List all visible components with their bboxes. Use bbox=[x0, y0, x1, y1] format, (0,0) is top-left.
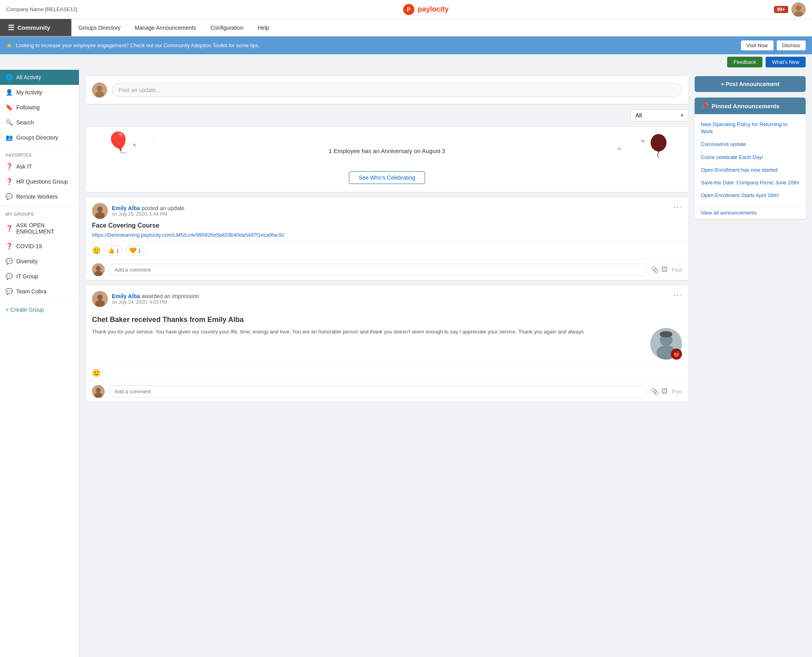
emily-meta-1: Emily Alba posted an update on July 25, … bbox=[112, 205, 184, 217]
nav-links: Groups Directory Manage Announcements Co… bbox=[71, 19, 276, 36]
post-action-1: posted an update bbox=[142, 205, 184, 211]
user-avatar[interactable] bbox=[791, 2, 806, 17]
notification-badge[interactable]: 99+ bbox=[774, 6, 788, 13]
svg-point-13 bbox=[96, 266, 101, 271]
attachment-icon-1[interactable]: 📎 bbox=[651, 266, 659, 274]
ask-it-icon: ❓ bbox=[6, 163, 13, 170]
team-cobra-icon: 💬 bbox=[6, 288, 13, 295]
view-all-announcements[interactable]: View all announcements bbox=[695, 206, 806, 219]
pinned-item-4[interactable]: Save the Date: Company Picnic June 20th! bbox=[695, 176, 806, 189]
sidebar-item-covid19[interactable]: ❓ COVID-19 bbox=[0, 239, 79, 254]
pinned-link-3[interactable]: Open Enrollment has now started bbox=[701, 167, 799, 174]
emily-alba-name-1[interactable]: Emily Alba bbox=[112, 205, 140, 211]
whats-new-button[interactable]: What's New bbox=[766, 57, 806, 67]
pinned-item-5[interactable]: Open Enrollment Starts April 16th! bbox=[695, 189, 806, 202]
heart-count-1: 1 bbox=[138, 248, 141, 254]
comment-post-btn-1[interactable]: Post bbox=[672, 267, 682, 273]
impression-body: Chet Baker received Thanks from Emily Al… bbox=[86, 310, 688, 365]
visit-now-button[interactable]: Visit Now bbox=[741, 40, 774, 50]
favorites-label: FAVORITES bbox=[0, 149, 79, 159]
sidebar-item-remote-workers[interactable]: 💬 Remote Workers bbox=[0, 189, 79, 204]
sidebar-item-hr-questions[interactable]: ❓ HR Questions Group bbox=[0, 174, 79, 189]
impression-content: Thank you for your service. You have giv… bbox=[92, 328, 682, 360]
feed-card-1: Emily Alba posted an update on July 25, … bbox=[86, 197, 688, 280]
sidebar-item-ask-open-enrollment[interactable]: ❓ ASK OPEN ENROLLMENT bbox=[0, 218, 79, 239]
sidebar-item-all-activity[interactable]: 🌐 All Activity bbox=[0, 70, 79, 85]
nav-manage-announcements[interactable]: Manage Announcements bbox=[128, 19, 203, 36]
hr-questions-icon: ❓ bbox=[6, 178, 13, 185]
attachment-icon-2[interactable]: 📎 bbox=[651, 388, 659, 395]
sidebar-label-covid19: COVID-19 bbox=[16, 243, 42, 249]
impression-text: Thank you for your service. You have giv… bbox=[92, 328, 644, 336]
feedback-button[interactable]: Feedback bbox=[727, 57, 762, 67]
sidebar-item-following[interactable]: 🔖 Following bbox=[0, 100, 79, 115]
anniversary-card: ▬ ▬ ▪ ▬ ▬ 🎈 1 Employee h bbox=[86, 127, 688, 192]
post-update-input[interactable]: Post an update... bbox=[112, 83, 682, 97]
pinned-link-2[interactable]: Come celebrate Earth Day! bbox=[701, 154, 799, 161]
community-nav[interactable]: ☰ Community bbox=[0, 19, 71, 36]
sidebar-item-team-cobra[interactable]: 💬 Team Cobra bbox=[0, 284, 79, 299]
balloon-right-icon bbox=[649, 133, 668, 165]
comment-area-2: 📎 🖼 Post bbox=[86, 381, 688, 402]
sidebar-divider-2 bbox=[0, 206, 79, 206]
feed-card-1-user-info: Emily Alba posted an update on July 25, … bbox=[92, 203, 184, 219]
company-name: Company Name [RELEASE12] bbox=[6, 6, 77, 12]
reaction-add-1[interactable]: 🙂 bbox=[92, 246, 101, 255]
pinned-item-2[interactable]: Come celebrate Earth Day! bbox=[695, 151, 806, 164]
emily-alba-name-2[interactable]: Emily Alba bbox=[112, 293, 140, 299]
image-icon-1[interactable]: 🖼 bbox=[661, 266, 668, 273]
sidebar-item-my-activity[interactable]: 👤 My Activity bbox=[0, 85, 79, 100]
user-avatar-image bbox=[791, 2, 806, 17]
post-link-1[interactable]: https://Demolearning.paylocity.com/LMS/L… bbox=[92, 232, 284, 238]
pinned-item-3[interactable]: Open Enrollment has now started bbox=[695, 164, 806, 176]
anniversary-text: 1 Employee has an Anniversary on August … bbox=[289, 147, 485, 154]
diversity-icon: 💬 bbox=[6, 258, 13, 265]
confetti-3: ▪ bbox=[153, 137, 154, 140]
comment-post-btn-2[interactable]: Post bbox=[672, 389, 682, 395]
search-icon: 🔍 bbox=[6, 119, 13, 126]
comment-avatar-2 bbox=[92, 385, 105, 398]
post-announcement-button[interactable]: + Post Announcement bbox=[695, 76, 806, 92]
sidebar-item-search[interactable]: 🔍 Search bbox=[0, 115, 79, 130]
more-options-2[interactable]: ··· bbox=[674, 291, 682, 299]
view-all-link[interactable]: View all announcements bbox=[701, 210, 757, 216]
see-celebrating-button[interactable]: See Who's Celebrating bbox=[349, 171, 425, 184]
reaction-thumbsup-1[interactable]: 👍 1 bbox=[104, 245, 123, 256]
pinned-link-5[interactable]: Open Enrollment Starts April 16th! bbox=[701, 192, 799, 199]
emily-avatar-image-2 bbox=[92, 291, 108, 307]
more-options-1[interactable]: ··· bbox=[674, 203, 682, 211]
sidebar-item-it-group[interactable]: 💬 IT Group bbox=[0, 269, 79, 284]
nav-configuration[interactable]: Configuration bbox=[203, 19, 251, 36]
pinned-link-4[interactable]: Save the Date: Company Picnic June 20th! bbox=[701, 179, 799, 186]
sidebar-label-it-group: IT Group bbox=[16, 273, 38, 280]
main-layout: 🌐 All Activity 👤 My Activity 🔖 Following… bbox=[0, 70, 812, 657]
nav-groups-directory[interactable]: Groups Directory bbox=[71, 19, 128, 36]
pinned-link-0[interactable]: New Operating Policy for Returning to Wo… bbox=[701, 121, 799, 135]
banner-message: Looking to increase your employee engage… bbox=[16, 42, 260, 48]
reaction-add-2[interactable]: 🙂 bbox=[92, 369, 101, 377]
post-title-1: Face Covering Course bbox=[92, 222, 682, 229]
reactions-2: 🙂 bbox=[86, 365, 688, 381]
comment-input-2[interactable] bbox=[109, 385, 647, 398]
sidebar-item-diversity[interactable]: 💬 Diversity bbox=[0, 254, 79, 269]
sidebar: 🌐 All Activity 👤 My Activity 🔖 Following… bbox=[0, 70, 79, 657]
hamburger-icon[interactable]: ☰ bbox=[8, 23, 14, 32]
groups-icon: 👥 bbox=[6, 134, 13, 141]
post-action-2: awarded an impression bbox=[142, 293, 199, 299]
pinned-item-1[interactable]: Coronavirus update bbox=[695, 138, 806, 151]
pinned-item-0[interactable]: New Operating Policy for Returning to Wo… bbox=[695, 118, 806, 138]
comment-input-1[interactable] bbox=[109, 264, 647, 276]
svg-point-8 bbox=[651, 134, 666, 151]
activity-filter-select[interactable]: All Updates Announcements bbox=[630, 109, 688, 121]
pinned-link-1[interactable]: Coronavirus update bbox=[701, 141, 799, 148]
reaction-heart-1[interactable]: 🧡 1 bbox=[126, 245, 144, 256]
content-area: Post an update... All Updates Announceme… bbox=[79, 70, 812, 657]
sidebar-item-groups-directory[interactable]: 👥 Groups Directory bbox=[0, 130, 79, 145]
impression-avatar-wrap: 🍎 bbox=[650, 328, 682, 360]
image-icon-2[interactable]: 🖼 bbox=[661, 388, 668, 395]
svg-point-7 bbox=[95, 91, 104, 98]
dismiss-button[interactable]: Dismiss bbox=[777, 40, 806, 50]
sidebar-item-ask-it[interactable]: ❓ Ask IT bbox=[0, 159, 79, 174]
create-group-button[interactable]: + Create Group bbox=[0, 303, 79, 317]
nav-help[interactable]: Help bbox=[251, 19, 276, 36]
